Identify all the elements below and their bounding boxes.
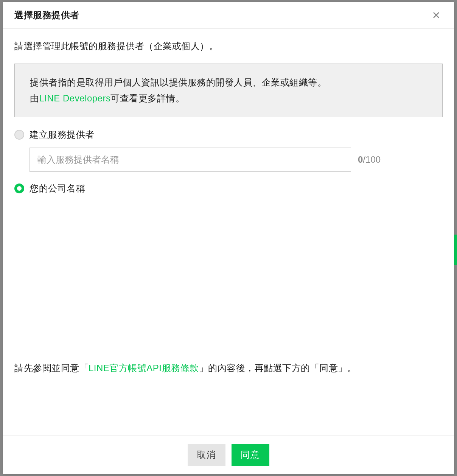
close-icon	[432, 11, 441, 20]
modal-body: 請選擇管理此帳號的服務提供者（企業或個人）。 提供者指的是取得用戶個人資訊以提供…	[3, 29, 454, 435]
intro-text: 請選擇管理此帳號的服務提供者（企業或個人）。	[14, 40, 443, 52]
agreement-text: 請先參閱並同意「LINE官方帳號API服務條款」的內容後，再點選下方的「同意」。	[14, 361, 443, 375]
agreement-prefix: 請先參閱並同意「	[14, 363, 89, 373]
radio-label-create: 建立服務提供者	[30, 129, 95, 141]
radio-option-existing[interactable]: 您的公司名稱	[14, 182, 443, 194]
provider-name-input-row: 0/100	[30, 148, 443, 172]
modal-title: 選擇服務提供者	[14, 9, 79, 21]
char-count: 0	[358, 154, 363, 165]
cancel-button[interactable]: 取消	[188, 444, 225, 466]
modal-header: 選擇服務提供者	[3, 2, 454, 29]
close-button[interactable]	[430, 9, 443, 22]
bg-accent	[454, 235, 457, 265]
info-line2-suffix: 可查看更多詳情。	[110, 93, 185, 103]
agree-button[interactable]: 同意	[232, 444, 269, 466]
char-max: /100	[363, 154, 381, 165]
info-box: 提供者指的是取得用戶個人資訊以提供服務的開發人員、企業或組織等。 由LINE D…	[14, 64, 443, 117]
char-counter: 0/100	[358, 154, 381, 165]
info-line1: 提供者指的是取得用戶個人資訊以提供服務的開發人員、企業或組織等。	[30, 75, 427, 90]
provider-name-input[interactable]	[30, 148, 351, 172]
line-developers-link[interactable]: LINE Developers	[39, 93, 111, 103]
api-terms-link[interactable]: LINE官方帳號API服務條款	[89, 363, 199, 373]
radio-label-existing: 您的公司名稱	[30, 182, 85, 194]
radio-icon-unselected	[14, 130, 24, 140]
modal-footer: 取消 同意	[3, 435, 454, 474]
agreement-suffix: 」的內容後，再點選下方的「同意」。	[199, 363, 357, 373]
info-line2: 由LINE Developers可查看更多詳情。	[30, 90, 427, 106]
radio-option-create[interactable]: 建立服務提供者	[14, 129, 443, 141]
info-line2-prefix: 由	[30, 93, 39, 103]
modal-dialog: 選擇服務提供者 請選擇管理此帳號的服務提供者（企業或個人）。 提供者指的是取得用…	[3, 2, 454, 474]
radio-icon-selected	[14, 184, 24, 193]
